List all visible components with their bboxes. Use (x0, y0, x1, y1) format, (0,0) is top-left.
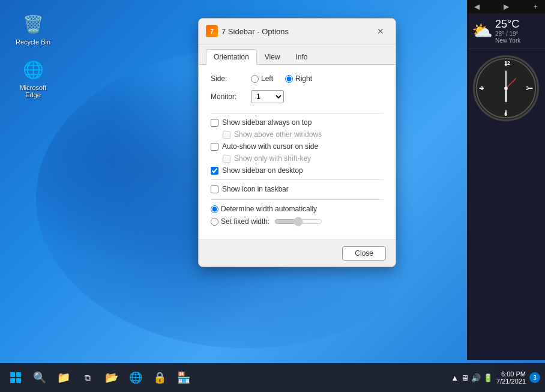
right-radio-input[interactable] (285, 75, 293, 83)
fixed-width-label[interactable]: Set fixed width: (211, 217, 269, 226)
divider-1 (211, 113, 384, 113)
show-on-desktop-text: Show sidebar on desktop (222, 166, 303, 175)
panel-next-btn[interactable]: ▶ (501, 1, 511, 12)
app-icon: 7 (206, 25, 218, 37)
show-above-windows-label[interactable]: Show above other windows (223, 130, 384, 139)
taskbar-time: 6:00 PM (501, 370, 526, 378)
panel-prev-btn[interactable]: ◀ (472, 1, 482, 12)
side-row: Side: Left Right (211, 74, 384, 83)
battery-icon[interactable]: 🔋 (483, 373, 493, 382)
task-view-button[interactable]: ⧉ (77, 367, 98, 388)
auto-width-row: Determine width automatically (211, 205, 384, 213)
show-on-desktop-checkbox[interactable] (211, 167, 218, 175)
recycle-bin-label: Recycle Bin (16, 38, 50, 46)
side-label: Side: (211, 74, 244, 83)
taskbar-datetime: 6:00 PM 7/21/2021 (496, 370, 526, 385)
svg-text:3: 3 (526, 85, 529, 91)
taskbar-left: 🔍 📁 ⧉ 📂 🌐 🔒 🏪 (5, 367, 194, 388)
fixed-width-text: Set fixed width: (221, 217, 269, 226)
auto-show-cursor-label[interactable]: Auto-show with cursor on side (211, 142, 384, 151)
auto-width-text: Determine width automatically (221, 205, 317, 213)
notification-badge[interactable]: 3 (529, 372, 540, 383)
left-radio-text: Left (261, 74, 273, 83)
weather-city: New York (495, 37, 520, 44)
edge-image: 🌐 (21, 58, 45, 82)
auto-show-cursor-checkbox[interactable] (211, 143, 218, 151)
monitor-label: Monitor: (211, 92, 244, 101)
windows-start-button[interactable] (5, 367, 26, 388)
dialog-close-x-button[interactable]: ✕ (373, 23, 388, 39)
show-above-windows-text: Show above other windows (234, 130, 322, 139)
monitor-select[interactable]: 1 2 (251, 90, 284, 103)
width-slider[interactable] (274, 217, 322, 226)
right-radio-text: Right (295, 74, 312, 83)
divider-3 (211, 199, 384, 200)
weather-temp: 25°C (495, 18, 520, 31)
taskbar: 🔍 📁 ⧉ 📂 🌐 🔒 🏪 ▲ 🖥 🔊 🔋 6:00 PM 7/21/2021 … (0, 363, 545, 392)
width-section: Determine width automatically Set fixed … (211, 205, 384, 226)
right-panel: ◀ ▶ + ⛅ 25°C 28° / 19° New York 12 3 6 9 (467, 0, 545, 360)
left-radio-input[interactable] (251, 75, 259, 83)
chevron-up-icon[interactable]: ▲ (451, 373, 459, 382)
edge-taskbar-button[interactable]: 🌐 (125, 367, 146, 388)
show-only-shift-checkbox (223, 155, 230, 163)
svg-text:6: 6 (504, 111, 507, 117)
edge-label: Microsoft Edge (12, 84, 54, 98)
options-dialog: 7 7 Sidebar - Options ✕ Orientation View… (198, 18, 396, 267)
panel-nav: ◀ ▶ + (467, 0, 545, 13)
show-above-windows-checkbox (223, 131, 230, 139)
close-button[interactable]: Close (342, 246, 386, 261)
file-explorer-taskbar-button[interactable]: 📁 (53, 367, 74, 388)
fixed-width-row: Set fixed width: (211, 217, 384, 226)
desktop-icons: 🗑️ Recycle Bin 🌐 Microsoft Edge (12, 12, 54, 98)
recycle-bin-icon[interactable]: 🗑️ Recycle Bin (12, 12, 54, 46)
tab-orientation[interactable]: Orientation (206, 49, 257, 65)
svg-text:12: 12 (504, 60, 510, 66)
side-radio-group: Left Right (251, 74, 312, 83)
security-taskbar-button[interactable]: 🔒 (149, 367, 170, 388)
monitor-row: Monitor: 1 2 (211, 90, 384, 103)
dialog-title-text: 7 Sidebar - Options (221, 27, 289, 36)
taskbar-right: ▲ 🖥 🔊 🔋 6:00 PM 7/21/2021 3 (451, 370, 540, 385)
icon-taskbar-checkbox[interactable] (211, 185, 218, 193)
tab-info[interactable]: Info (288, 49, 316, 64)
auto-show-cursor-text: Auto-show with cursor on side (222, 142, 318, 151)
tab-view[interactable]: View (257, 49, 288, 64)
dialog-titlebar: 7 7 Sidebar - Options ✕ (199, 19, 396, 44)
right-radio-label[interactable]: Right (285, 74, 312, 83)
weather-info: 25°C 28° / 19° New York (495, 18, 520, 44)
weather-icon: ⛅ (472, 21, 493, 41)
auto-width-label[interactable]: Determine width automatically (211, 205, 317, 213)
volume-icon[interactable]: 🔊 (471, 373, 481, 382)
taskbar-date: 7/21/2021 (496, 378, 526, 385)
display-icon[interactable]: 🖥 (461, 373, 469, 382)
divider-2 (211, 179, 384, 180)
always-on-top-checkbox[interactable] (211, 119, 218, 127)
panel-add-btn[interactable]: + (531, 1, 540, 12)
clock-widget: 12 3 6 9 (473, 55, 539, 121)
fixed-width-radio[interactable] (211, 218, 218, 226)
auto-width-radio[interactable] (211, 205, 218, 213)
taskbar-sys-icons: ▲ 🖥 🔊 🔋 (451, 373, 493, 382)
search-taskbar-button[interactable]: 🔍 (29, 367, 50, 388)
checkbox-section: Show sidebar always on top Show above ot… (211, 118, 384, 175)
files-taskbar-button[interactable]: 📂 (101, 367, 122, 388)
icon-taskbar-text: Show icon in taskbar (222, 185, 289, 193)
weather-widget: ⛅ 25°C 28° / 19° New York (467, 13, 545, 49)
clock-svg: 12 3 6 9 (475, 55, 537, 121)
svg-point-12 (504, 86, 508, 90)
icon-taskbar-label[interactable]: Show icon in taskbar (211, 185, 384, 193)
always-on-top-label[interactable]: Show sidebar always on top (211, 118, 384, 127)
left-radio-label[interactable]: Left (251, 74, 273, 83)
show-only-shift-text: Show only with shift-key (234, 154, 311, 163)
dialog-title-left: 7 7 Sidebar - Options (206, 25, 289, 37)
dialog-footer: Close (199, 240, 396, 267)
recycle-bin-image: 🗑️ (21, 12, 45, 36)
windows-logo-icon (10, 372, 21, 383)
edge-icon[interactable]: 🌐 Microsoft Edge (12, 58, 54, 98)
show-only-shift-label[interactable]: Show only with shift-key (223, 154, 384, 163)
show-on-desktop-label[interactable]: Show sidebar on desktop (211, 166, 384, 175)
store-taskbar-button[interactable]: 🏪 (173, 367, 194, 388)
dialog-content: Side: Left Right Monitor: 1 2 (199, 65, 396, 240)
svg-text:9: 9 (480, 85, 483, 91)
